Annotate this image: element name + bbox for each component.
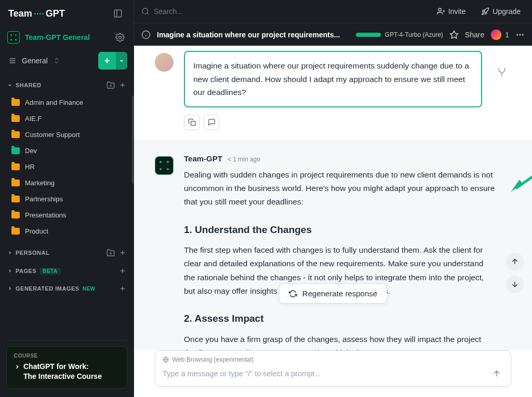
copy-button[interactable] (184, 115, 200, 130)
user-message-row: Imagine a situation where our project re… (134, 46, 532, 140)
folder-label: Admin and Finance (25, 99, 83, 106)
main-panel: Search... Invite Upgrade Imagine a situa… (134, 0, 532, 397)
section-shared-label: SHARED (16, 82, 41, 88)
upgrade-button[interactable]: Upgrade (477, 5, 525, 18)
folder-icon (11, 196, 20, 202)
invite-icon (437, 7, 445, 16)
course-title: ChatGPT for Work: The Interactive Course (14, 362, 119, 382)
sidebar-folder-item[interactable]: Product (3, 223, 130, 239)
input-area: Web Browsing (experimental) (134, 350, 532, 397)
comment-button[interactable] (204, 115, 219, 130)
regenerate-label: Regenerate response (302, 289, 377, 298)
section-pages[interactable]: PAGES BETA (0, 262, 134, 280)
more-icon[interactable] (515, 30, 525, 39)
regenerate-button[interactable]: Regenerate response (279, 283, 387, 304)
sidebar-folder-item[interactable]: Dev (3, 143, 130, 159)
globe-icon (163, 357, 169, 363)
new-chat-button[interactable] (98, 52, 116, 70)
share-button[interactable]: Share (465, 31, 484, 39)
fork-icon[interactable] (493, 51, 511, 130)
logo-dots-icon (34, 13, 44, 15)
assistant-heading-2: 2. Assess Impact (184, 310, 496, 327)
section-shared[interactable]: SHARED (0, 76, 134, 94)
svg-point-22 (438, 8, 441, 11)
chevron-right-icon (7, 286, 12, 291)
folder-label: Partnerships (25, 195, 63, 203)
new-chat-split-button (98, 52, 127, 70)
rocket-icon (481, 7, 489, 16)
sidebar-folder-item[interactable]: Marketing (3, 175, 130, 191)
collapse-sidebar-button[interactable] (111, 6, 125, 21)
general-row: General (0, 48, 134, 76)
folder-label: Product (25, 227, 48, 235)
add-icon[interactable] (119, 267, 126, 275)
send-button[interactable] (490, 367, 503, 380)
scrollbar-track[interactable] (131, 94, 134, 188)
svg-marker-28 (450, 31, 458, 38)
scroll-down-button[interactable] (506, 276, 524, 293)
svg-rect-32 (191, 121, 195, 126)
section-generated-images[interactable]: GENERATED IMAGES NEW (0, 280, 134, 297)
course-card[interactable]: COURSE ChatGPT for Work: The Interactive… (6, 346, 127, 389)
assistant-timestamp: < 1 min ago (228, 156, 260, 163)
svg-point-20 (142, 8, 148, 14)
add-icon[interactable] (119, 81, 126, 89)
chevron-right-icon (14, 364, 20, 370)
sidebar-folder-item[interactable]: Partnerships (3, 191, 130, 207)
sidebar-folder-item[interactable]: Customer Support (3, 127, 130, 143)
app-logo[interactable]: Team GPT (8, 8, 111, 19)
new-chat-dropdown[interactable] (116, 52, 127, 70)
workspace-icon (7, 31, 20, 44)
folder-label: Marketing (25, 179, 55, 187)
user-message-content: Imagine a situation where our project re… (184, 51, 482, 130)
workspace-row: Team-GPT General (0, 27, 134, 48)
chevron-down-icon (119, 58, 124, 63)
list-icon (8, 57, 17, 65)
section-personal[interactable]: PERSONAL (0, 243, 134, 262)
add-icon[interactable] (119, 249, 126, 256)
sidebar-folder-item[interactable]: Presentations (3, 207, 130, 223)
invite-label: Invite (448, 7, 466, 16)
new-folder-icon[interactable] (107, 249, 115, 257)
folder-icon (11, 131, 20, 138)
star-icon[interactable] (449, 30, 459, 39)
message-input[interactable] (163, 366, 490, 381)
workspace-name[interactable]: Team-GPT General (25, 33, 109, 42)
sidebar-folder-item[interactable]: Admin and Finance (3, 94, 130, 111)
chat-body[interactable]: Imagine a situation where our project re… (134, 46, 532, 350)
folder-icon (11, 212, 20, 218)
topbar: Search... Invite Upgrade (134, 0, 532, 23)
gear-icon[interactable] (114, 31, 126, 44)
course-label: COURSE (14, 353, 119, 359)
folder-icon (11, 180, 20, 186)
folder-label: Presentations (25, 211, 66, 219)
svg-point-31 (522, 34, 524, 35)
invite-button[interactable]: Invite (433, 5, 470, 18)
sidebar: Team GPT Team-GPT General General (0, 0, 134, 397)
new-badge: NEW (83, 286, 96, 292)
chevron-down-icon (7, 83, 12, 88)
sidebar-folder-item[interactable]: HR (3, 159, 130, 175)
folder-icon (11, 163, 20, 170)
scroll-up-button[interactable] (506, 253, 524, 270)
model-indicator[interactable]: GPT-4-Turbo (Azure) (356, 31, 443, 38)
input-feature-row[interactable]: Web Browsing (experimental) (163, 356, 503, 363)
assistant-message-row: Team-GPT < 1 min ago Dealing with sudden… (134, 140, 532, 350)
search-placeholder: Search... (154, 7, 183, 16)
info-icon[interactable] (141, 30, 151, 39)
chevron-right-icon (7, 268, 12, 273)
input-row (163, 366, 503, 381)
folder-icon (11, 115, 20, 122)
assistant-message-body: Dealing with sudden changes in project r… (184, 168, 496, 350)
new-folder-icon[interactable] (107, 81, 115, 89)
add-icon[interactable] (119, 285, 126, 292)
search-input[interactable]: Search... (141, 7, 425, 16)
plus-icon (103, 57, 111, 65)
general-selector[interactable]: General (6, 53, 94, 68)
member-count: 1 (505, 31, 509, 39)
sidebar-folder-item[interactable]: AIE.F (3, 111, 130, 127)
user-avatar (155, 53, 174, 72)
member-indicator[interactable]: 1 (490, 29, 509, 40)
section-pages-label: PAGES (16, 268, 36, 274)
refresh-icon (289, 290, 297, 298)
